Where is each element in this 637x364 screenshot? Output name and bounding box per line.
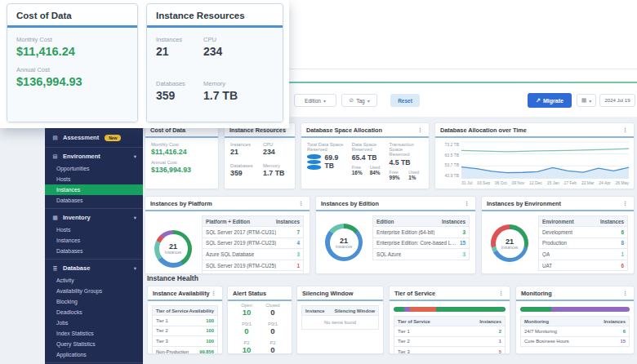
table-header: MonitoringInstances <box>520 316 630 326</box>
table-row[interactable]: Enterprise Edition: Core-based Licensing… <box>372 238 470 250</box>
cost-of-data-callout-card: Cost of Data Monthly Cost $11,416.24 Ann… <box>7 3 138 122</box>
new-badge: New <box>105 135 121 141</box>
sidebar-item-availability-groups[interactable]: Availability Groups <box>45 286 143 296</box>
donut-label: Instances <box>336 245 353 249</box>
card-menu-icon[interactable]: ⋮ <box>621 201 629 207</box>
availability-table: Tier of ServiceAvailabilityTier 1100Tier… <box>152 305 218 354</box>
table-row[interactable]: SQL Azure3 <box>372 249 470 260</box>
data-space-value: 65.4 TB <box>352 153 383 162</box>
annual-cost-label: Annual Cost <box>151 160 212 165</box>
sidebar-item-index-statistics[interactable]: Index Statistics <box>45 328 143 339</box>
sidebar-item-hosts[interactable]: Hosts <box>45 224 143 235</box>
sidebar-item-opportunities[interactable]: Opportunities <box>45 163 143 174</box>
table-row[interactable]: Tier 21 <box>394 337 506 348</box>
sidebar-item-databases[interactable]: Databases <box>45 246 143 256</box>
card-title: Instances by Edition <box>321 200 379 207</box>
instance-resources-callout-card: Instance Resources Instances 21 CPU 234 … <box>146 3 283 122</box>
p2-closed-value: 0 <box>260 345 286 354</box>
table-row[interactable]: Tier 1100 <box>152 316 218 326</box>
table-row[interactable]: Production8 <box>538 238 628 250</box>
card-menu-icon[interactable]: ⋮ <box>463 201 470 207</box>
table-row[interactable]: SQL Server 2019 (RTM-CU20)2 <box>202 271 304 274</box>
sidebar-item-instances[interactable]: Instances <box>45 235 143 246</box>
instances-label: Instances <box>156 36 203 43</box>
tx-space-label: Transaction Space Reserved <box>390 142 423 157</box>
sidebar-section-assessment[interactable]: ▤AssessmentNew <box>45 131 143 144</box>
monthly-cost-label: Monthly Cost <box>151 142 212 147</box>
sidebar-item-hosts[interactable]: Hosts <box>45 174 143 184</box>
chevron-down-icon: ▾ <box>368 98 370 104</box>
card-menu-icon[interactable]: ⋮ <box>297 201 305 207</box>
table-header: Platform + EditionInstances <box>202 215 304 227</box>
total-space-value: 69.9 TB <box>325 153 345 170</box>
database-allocation-over-time-card: Database Allocation over Time ⋮ 73.2 TB6… <box>434 122 635 189</box>
sidebar-item-databases[interactable]: Databases <box>45 195 143 206</box>
migrate-button[interactable]: ↗ Migrate <box>528 93 572 108</box>
table-row[interactable]: Development6 <box>538 227 628 238</box>
table-row[interactable]: SQL Server 2019 (RTM-CU25)1 <box>202 260 304 272</box>
tier-table: Tier of ServiceInstancesTier 12Tier 21Ti… <box>394 316 506 354</box>
sidebar-item-query-statistics[interactable]: Query Statistics <box>45 339 143 349</box>
annual-cost-value: $136,994.93 <box>151 166 212 174</box>
calendar-icon: ▦ <box>581 97 587 104</box>
sidebar-item-activity[interactable]: Activity <box>45 275 143 286</box>
database-space-allocation-card: Database Space Allocation ⋮ Total Data S… <box>301 122 430 189</box>
table-row[interactable]: Tier 2100 <box>152 326 218 337</box>
instances-by-platform-card: Instances by Platform ⋮ 21 Instances Pla… <box>145 196 310 274</box>
donut-total: 21 <box>340 237 348 245</box>
instance-resources-card: Instance Resources Instances 21 CPU 234 … <box>224 122 296 189</box>
table-row[interactable]: Azure SQL Database3 <box>202 249 304 260</box>
card-menu-icon[interactable]: ⋮ <box>210 291 217 297</box>
table-row[interactable]: Tier 3100 <box>152 336 218 347</box>
table-row[interactable]: Enterprise Edition (64-bit)3 <box>372 227 470 238</box>
table-row[interactable]: SQL Server 2017 (RTM-CU31)7 <box>202 227 304 238</box>
sidebar-item-jobs[interactable]: Jobs <box>45 317 143 328</box>
open-value: 10 <box>234 308 260 317</box>
chevron-down-icon: ▾ <box>323 98 326 104</box>
table-header: EditionInstances <box>372 215 470 227</box>
card-menu-icon[interactable]: ⋮ <box>497 291 505 297</box>
sidebar-section-label: Inventory <box>63 214 91 221</box>
table-row[interactable]: QA1 <box>538 249 628 260</box>
tag-icon: ⊘ <box>349 97 354 104</box>
table-row[interactable]: Core Business Hours15 <box>520 337 630 348</box>
card-menu-icon[interactable]: ⋮ <box>621 127 629 134</box>
sidebar-section-inventory[interactable]: ▦Inventory▾ <box>45 211 143 224</box>
table-row[interactable]: Non-Production99.856 <box>152 347 218 354</box>
card-menu-icon[interactable]: ⋮ <box>416 127 424 134</box>
environment-table: EnvironmentInstancesDevelopment6Producti… <box>538 215 628 271</box>
annual-cost-value: $136,994.93 <box>16 75 128 88</box>
cpu-label: CPU <box>263 142 289 147</box>
table-row[interactable]: Tier 35 <box>394 347 506 354</box>
tag-filter-dropdown[interactable]: ⊘ Tag ▾ <box>341 94 377 107</box>
calendar-dropdown[interactable]: ▦ ▾ <box>577 94 596 107</box>
reset-button[interactable]: Reset <box>390 94 420 107</box>
card-title: Instance Availability <box>153 290 210 297</box>
tier-of-service-card: Tier of Service ⋮ Tier of ServiceInstanc… <box>389 286 510 354</box>
sidebar-item-instances[interactable]: Instances <box>45 184 143 195</box>
tier-stacked-bar <box>394 307 506 312</box>
annual-cost-label: Annual Cost <box>16 66 128 73</box>
sidebar-item-applications[interactable]: Applications <box>45 349 143 360</box>
sidebar-section-environment[interactable]: ⊞Environment▾ <box>45 149 143 163</box>
date-input[interactable]: 2024 Jul 19 <box>599 94 635 107</box>
p01-open-value: 0 <box>234 326 260 335</box>
callout-overlay: Cost of Data Monthly Cost $11,416.24 Ann… <box>0 0 289 128</box>
card-title: Database Allocation over Time <box>440 127 527 134</box>
instances-by-environment-card: Instances by Environment ⋮ 21 Instances … <box>481 196 635 274</box>
sidebar-item-deadlocks[interactable]: Deadlocks <box>45 307 143 317</box>
sidebar-section-database[interactable]: ≣Database▾ <box>45 261 143 275</box>
sidebar-section-label: Database <box>63 264 90 272</box>
edition-filter-dropdown[interactable]: Edition ▾ <box>294 94 336 107</box>
card-menu-icon[interactable]: ⋮ <box>621 291 629 297</box>
table-header: EnvironmentInstances <box>538 215 628 227</box>
table-row[interactable]: Tier 12 <box>394 326 506 337</box>
bar-segment <box>551 307 630 312</box>
table-row[interactable]: 24/7 Monitoring6 <box>520 326 630 337</box>
memory-value: 1.7 TB <box>263 169 289 177</box>
table-row[interactable]: UAT6 <box>538 260 628 272</box>
table-row[interactable]: SQL Server 2019 (RTM-CU23)4 <box>202 238 304 250</box>
tx-free-value: 99% <box>390 175 404 180</box>
sidebar-item-blocking[interactable]: Blocking <box>45 296 143 307</box>
databases-label: Databases <box>156 80 203 87</box>
